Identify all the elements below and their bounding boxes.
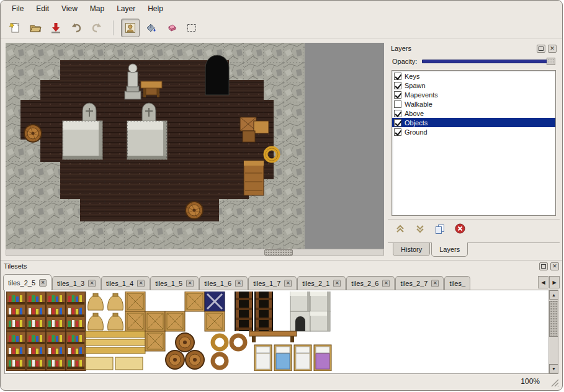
tab-layers[interactable]: Layers xyxy=(431,243,468,257)
layer-name: Walkable xyxy=(405,100,432,108)
tilesets-panel-titlebar: Tilesets ✕ xyxy=(1,261,562,272)
move-layer-down-icon[interactable] xyxy=(415,224,425,234)
layer-row[interactable]: Above xyxy=(392,109,555,118)
tombstone-object xyxy=(83,103,96,122)
tab-scrollers: ◀ ▶ xyxy=(538,276,560,288)
menu-item-file[interactable]: File xyxy=(7,2,29,15)
tab-close-icon[interactable]: ✕ xyxy=(186,280,194,287)
move-layer-up-icon[interactable] xyxy=(395,224,405,234)
undo-button[interactable] xyxy=(67,19,86,37)
tileset-vscroll-thumb[interactable] xyxy=(549,301,558,337)
tab-close-icon[interactable]: ✕ xyxy=(333,280,341,287)
undo-icon xyxy=(70,22,83,34)
menubar: File Edit View Map Layer Help xyxy=(1,1,562,17)
tilesets-float-button[interactable] xyxy=(539,262,548,270)
layer-row[interactable]: Mapevents xyxy=(392,90,555,99)
scroll-up-icon[interactable]: ▲ xyxy=(549,290,558,300)
layer-name: Above xyxy=(405,110,424,117)
tileset-tab[interactable]: tiles_2_6 ✕ xyxy=(346,276,395,290)
zoom-level: 100% xyxy=(521,377,540,386)
tab-scroll-left-icon[interactable]: ◀ xyxy=(538,276,548,288)
delete-layer-icon[interactable] xyxy=(455,223,465,234)
layer-row[interactable]: Objects xyxy=(392,118,555,127)
tileset-content: ▲ ▼ xyxy=(4,290,558,374)
tilesets-close-button[interactable]: ✕ xyxy=(550,262,559,270)
scroll-down-icon[interactable]: ▼ xyxy=(549,364,558,373)
tab-close-icon[interactable]: ✕ xyxy=(235,280,243,287)
marquee-select-icon xyxy=(186,22,198,34)
stamp-tool-button[interactable] xyxy=(121,19,140,37)
close-icon: ✕ xyxy=(552,264,557,269)
tileset-tab[interactable]: tiles_1_3 ✕ xyxy=(52,276,101,290)
redo-button[interactable] xyxy=(87,19,106,37)
layer-checkbox[interactable] xyxy=(394,100,401,108)
toolbar xyxy=(1,17,562,39)
tileset-tab[interactable]: tiles_2_5 ✕ xyxy=(3,274,51,290)
barrel-object xyxy=(24,125,42,142)
tileset-tab[interactable]: tiles_1_5 ✕ xyxy=(150,276,199,290)
duplicate-layer-icon[interactable] xyxy=(435,224,445,234)
open-file-button[interactable] xyxy=(26,19,45,37)
map-area xyxy=(6,43,384,256)
map-horizontal-scrollbar[interactable] xyxy=(6,249,384,256)
statusbar: 100% xyxy=(1,373,562,390)
layer-name: Keys xyxy=(405,73,419,80)
tileset-tab[interactable]: tiles_2_7 ✕ xyxy=(395,276,444,290)
layer-checkbox[interactable] xyxy=(394,91,401,99)
menu-item-map[interactable]: Map xyxy=(85,2,109,15)
layer-checkbox[interactable] xyxy=(394,119,401,127)
opacity-slider-track xyxy=(422,60,555,63)
menu-item-view[interactable]: View xyxy=(56,2,83,15)
tileset-tab[interactable]: tiles_1_7 ✕ xyxy=(248,276,297,290)
eraser-tool-button[interactable] xyxy=(162,19,181,37)
layers-panel-titlebar: Layers ✕ xyxy=(388,43,560,54)
tab-scroll-right-icon[interactable]: ▶ xyxy=(549,276,560,288)
opacity-slider[interactable] xyxy=(422,57,555,66)
tab-close-icon[interactable]: ✕ xyxy=(88,280,96,287)
fill-tool-button[interactable] xyxy=(141,19,160,37)
tab-close-icon[interactable]: ✕ xyxy=(284,280,292,287)
tileset-tab[interactable]: tiles_2_1 ✕ xyxy=(297,276,346,290)
layers-float-button[interactable] xyxy=(537,45,545,53)
tileset-tab[interactable]: tiles_ xyxy=(444,276,470,290)
tab-history[interactable]: History xyxy=(393,243,430,256)
tileset-tab[interactable]: tiles_1_6 ✕ xyxy=(199,276,248,290)
layer-checkbox[interactable] xyxy=(394,82,401,89)
layer-checkbox[interactable] xyxy=(394,128,401,136)
map-canvas[interactable] xyxy=(6,43,384,249)
resize-grip[interactable] xyxy=(551,379,559,387)
cabinet-object xyxy=(244,161,264,195)
layer-list: Keys Spawn Mapevents Walkable Above xyxy=(392,70,556,216)
tileset-tab[interactable]: tiles_1_4 ✕ xyxy=(101,276,150,290)
opacity-slider-handle[interactable] xyxy=(547,58,555,65)
opacity-row: Opacity: xyxy=(388,54,560,69)
tileset-tab-label: tiles_1_7 xyxy=(253,280,280,287)
tab-close-icon[interactable]: ✕ xyxy=(39,279,47,287)
new-file-button[interactable] xyxy=(6,19,24,37)
tileset-tab-label: tiles_1_5 xyxy=(155,280,182,287)
open-folder-icon xyxy=(29,22,42,34)
menu-item-edit[interactable]: Edit xyxy=(31,2,54,15)
tab-close-icon[interactable]: ✕ xyxy=(431,280,439,287)
save-file-button[interactable] xyxy=(47,19,65,37)
tileset-vertical-scrollbar[interactable]: ▲ ▼ xyxy=(548,290,558,373)
tab-layers-label: Layers xyxy=(439,246,460,253)
layer-row[interactable]: Spawn xyxy=(392,81,555,90)
tab-close-icon[interactable]: ✕ xyxy=(382,280,390,287)
menu-item-help[interactable]: Help xyxy=(143,2,168,15)
layer-row[interactable]: Walkable xyxy=(392,99,555,109)
layer-checkbox[interactable] xyxy=(394,110,401,117)
tilesets-panel: Tilesets ✕ tiles_2_5 ✕ tiles_1_3 ✕ tiles… xyxy=(1,260,562,373)
tab-close-icon[interactable]: ✕ xyxy=(137,280,145,287)
layers-panel: Layers ✕ Opacity: Keys Spawn xyxy=(388,43,560,257)
layers-close-button[interactable]: ✕ xyxy=(548,45,557,53)
layer-row[interactable]: Ground xyxy=(392,127,555,136)
eraser-icon xyxy=(165,22,177,34)
tileset-grid[interactable] xyxy=(6,292,335,371)
layer-row[interactable]: Keys xyxy=(392,71,555,81)
tileset-tab-label: tiles_2_7 xyxy=(400,280,427,287)
menu-item-layer[interactable]: Layer xyxy=(112,2,140,15)
layer-checkbox[interactable] xyxy=(394,73,401,80)
map-hscroll-thumb[interactable] xyxy=(264,249,293,256)
select-tool-button[interactable] xyxy=(182,19,201,37)
